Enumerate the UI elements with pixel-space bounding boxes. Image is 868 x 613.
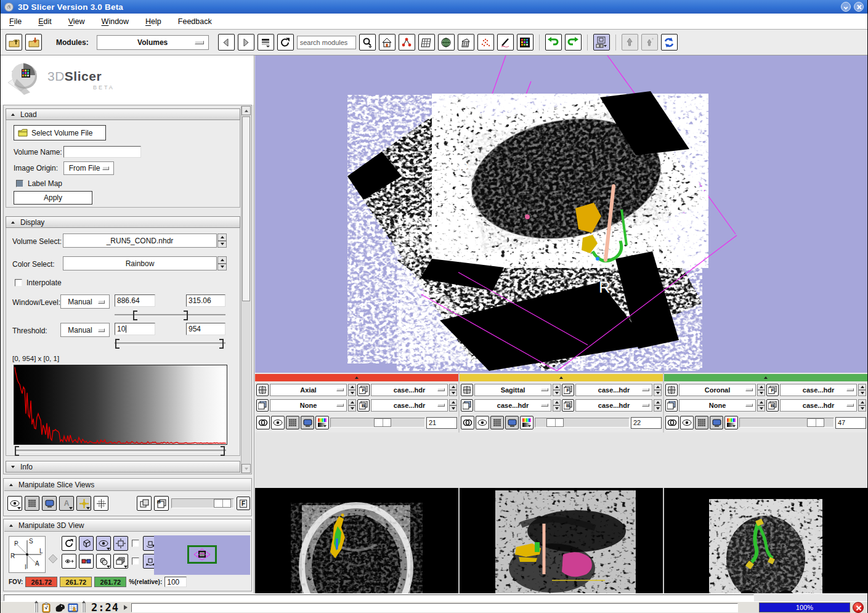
labelmap-layer-icon[interactable] (256, 399, 269, 412)
apply-button[interactable]: Apply (14, 191, 92, 205)
background-spinner[interactable] (449, 399, 457, 412)
slice-index-field[interactable]: 47 (835, 417, 866, 429)
dog-tray-icon[interactable] (54, 603, 65, 613)
interpolate-checkbox[interactable] (15, 279, 22, 286)
slice-plane-icon[interactable] (461, 384, 473, 396)
models-module-button[interactable] (458, 34, 474, 51)
slice-fit-window-button[interactable] (42, 496, 57, 511)
background-volume-dropdown[interactable]: case...hdr (780, 399, 857, 412)
fiducials-module-button[interactable] (477, 34, 494, 51)
spin-view-button[interactable] (62, 536, 76, 551)
module-scrollbar[interactable] (241, 106, 251, 473)
calendar-tray-icon[interactable] (68, 603, 79, 613)
slice-visibility-button[interactable] (271, 416, 285, 429)
next-module-button[interactable] (238, 34, 254, 51)
applet-handle[interactable] (82, 603, 86, 612)
link-views-button[interactable] (461, 416, 474, 429)
colormap-button[interactable] (724, 416, 738, 429)
colors-module-button[interactable] (517, 34, 533, 51)
reload-module-button[interactable] (277, 34, 294, 51)
volumes-module-button[interactable] (438, 34, 455, 51)
threshold-slider[interactable] (115, 343, 225, 345)
stereo-checkbox[interactable] (132, 540, 139, 547)
fade-slider[interactable] (171, 498, 234, 508)
labelmap-volume-dropdown[interactable]: case...hdr (474, 399, 551, 412)
select-volume-file-button[interactable]: Select Volume File (14, 125, 106, 140)
threshold-low-input[interactable]: 10 (115, 323, 155, 335)
background-layer-icon[interactable]: B (766, 399, 779, 412)
search-modules-input[interactable] (297, 36, 356, 49)
label-opacity-button[interactable] (490, 416, 504, 429)
fade-slider-handle[interactable] (214, 499, 231, 508)
applet-handle[interactable] (34, 603, 38, 612)
menu-edit[interactable]: Edit (38, 17, 52, 26)
info-section-header[interactable]: Info (6, 461, 240, 473)
cancel-progress-button[interactable] (853, 602, 864, 613)
rock-checkbox[interactable] (132, 558, 139, 565)
background-volume-dropdown[interactable]: case...hdr (371, 399, 448, 412)
modules-tree-button[interactable] (399, 34, 415, 51)
slice-visibility-button[interactable] (7, 496, 22, 511)
slider-handle-high[interactable] (184, 311, 188, 320)
fit-to-window-button[interactable] (505, 416, 519, 429)
redo-button[interactable] (565, 34, 582, 51)
colormap-button[interactable] (315, 416, 329, 429)
slice-color-strip[interactable] (664, 374, 867, 381)
slice-offset-handle[interactable] (807, 418, 824, 427)
labelmap-spinner[interactable] (553, 399, 561, 412)
crosshair-button[interactable] (76, 496, 91, 511)
slider-handle-low[interactable] (133, 311, 137, 320)
title-bar[interactable]: 3D Slicer Version 3.0 Beta (1, 0, 867, 14)
slider-handle-high[interactable] (219, 339, 224, 349)
label-opacity-button[interactable] (286, 416, 299, 429)
label-map-checkbox[interactable] (16, 180, 23, 187)
load-section-header[interactable]: Load (6, 108, 240, 120)
window-level-mode-dropdown[interactable]: Manual (60, 294, 110, 309)
manipulate-3d-view-header[interactable]: Manipulate 3D View (4, 520, 251, 532)
module-select-dropdown[interactable]: Volumes (97, 35, 209, 50)
manipulate-slice-views-header[interactable]: Manipulate Slice Views (4, 479, 251, 491)
undo-button[interactable] (545, 34, 562, 51)
stereo-glasses-button[interactable] (79, 554, 94, 569)
orientation-dropdown[interactable]: Coronal (679, 384, 756, 396)
threshold-mode-dropdown[interactable]: Manual (60, 323, 110, 337)
foreground-spinner[interactable] (449, 384, 457, 396)
module-history-button[interactable] (258, 34, 274, 51)
slice-plane-icon[interactable] (665, 384, 678, 396)
fg-layer-button[interactable]: F (237, 497, 250, 510)
menu-window[interactable]: Window (102, 17, 129, 26)
upload-snapshot-button[interactable] (641, 34, 658, 51)
link-views-button[interactable] (665, 416, 679, 429)
load-scene-button[interactable] (6, 34, 22, 51)
menu-view[interactable]: View (68, 17, 85, 26)
fit-to-window-button[interactable] (710, 416, 723, 429)
foreground-volume-dropdown[interactable]: case...hdr (780, 384, 857, 396)
slice-offset-handle[interactable] (546, 418, 564, 427)
volume-select-spinner[interactable] (217, 233, 227, 248)
background-layer-icon[interactable]: B (357, 399, 370, 412)
orientation-dropdown[interactable]: Axial (270, 384, 347, 396)
fg-bg-toggle-button[interactable] (137, 496, 152, 511)
clipboard-tray-icon[interactable] (41, 603, 52, 613)
slice-annotation-button[interactable]: A (59, 496, 74, 511)
search-modules-button[interactable] (359, 34, 376, 51)
scroll-up-button[interactable] (241, 106, 251, 115)
background-volume-dropdown[interactable]: case...hdr (575, 399, 652, 412)
foreground-volume-dropdown[interactable]: case...hdr (371, 384, 448, 396)
background-layer-icon[interactable]: B (562, 399, 574, 412)
background-spinner[interactable] (654, 399, 662, 412)
labelmap-spinner[interactable] (757, 399, 765, 412)
window-value-input[interactable]: 886.64 (115, 294, 155, 307)
menu-help[interactable]: Help (145, 17, 161, 26)
foreground-layer-icon[interactable]: F (766, 384, 779, 396)
look-from-button[interactable] (62, 554, 76, 569)
bg-layer-button[interactable]: B (154, 496, 169, 511)
volume-name-input[interactable] (63, 146, 141, 158)
view-cube-button[interactable] (79, 536, 94, 551)
image-origin-dropdown[interactable]: From File (63, 161, 114, 175)
data-grid-button[interactable] (418, 34, 435, 51)
center-view-button[interactable] (113, 536, 128, 551)
import-scene-button[interactable] (25, 34, 42, 51)
slice-offset-slider[interactable] (330, 418, 425, 428)
level-value-input[interactable]: 315.06 (186, 294, 225, 307)
